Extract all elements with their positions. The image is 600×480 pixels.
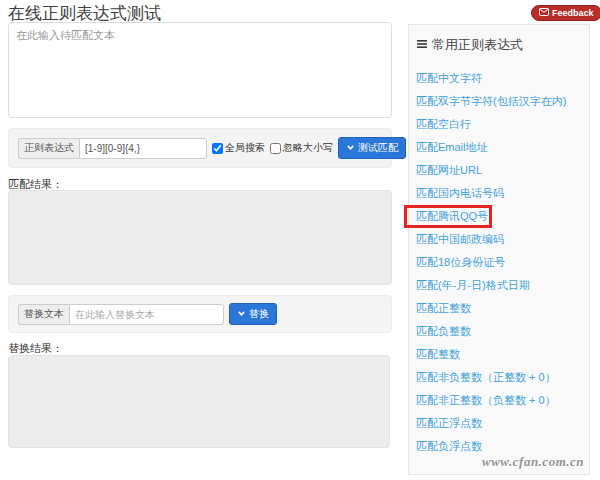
- sidebar-item-negative-int[interactable]: 匹配负整数: [409, 320, 589, 343]
- sidebar-item-email[interactable]: 匹配Email地址: [409, 136, 589, 159]
- chevron-down-icon: [237, 309, 246, 320]
- test-match-button[interactable]: 测试匹配: [338, 137, 406, 159]
- global-search-checkbox[interactable]: [212, 143, 223, 154]
- sidebar-header: 常用正则表达式: [409, 25, 589, 62]
- sidebar-item-id-card[interactable]: 匹配18位身份证号: [409, 251, 589, 274]
- feedback-label: Feedback: [552, 8, 594, 18]
- sidebar-item-doublebyte-chars[interactable]: 匹配双字节字符(包括汉字在内): [409, 90, 589, 113]
- sidebar-item-date-format[interactable]: 匹配(年-月-日)格式日期: [409, 274, 589, 297]
- sidebar-title: 常用正则表达式: [432, 36, 523, 54]
- sidebar-item-postcode[interactable]: 匹配中国邮政编码: [409, 228, 589, 251]
- regex-input[interactable]: [79, 138, 207, 159]
- replace-button-label: 替换: [249, 307, 269, 321]
- global-search-option[interactable]: 全局搜索: [212, 141, 265, 155]
- common-regex-sidebar: 常用正则表达式 匹配中文字符 匹配双字节字符(包括汉字在内) 匹配空白行 匹配E…: [408, 24, 590, 475]
- regex-label: 正则表达式: [18, 138, 79, 159]
- sidebar-item-phone[interactable]: 匹配国内电话号码: [409, 182, 589, 205]
- global-search-label: 全局搜索: [225, 141, 265, 155]
- sidebar-item-url[interactable]: 匹配网址URL: [409, 159, 589, 182]
- feedback-button[interactable]: Feedback: [531, 5, 600, 21]
- replace-button[interactable]: 替换: [229, 303, 277, 325]
- sidebar-item-nonnegative-int[interactable]: 匹配非负整数（正整数 + 0）: [409, 366, 589, 389]
- regex-tester-page: 在线正则表达式测试 正则表达式 全局搜索 忽略大小写 测试匹配 匹配结果： 替换…: [0, 0, 600, 480]
- replace-result-box: [8, 355, 390, 448]
- replace-input[interactable]: [69, 304, 224, 325]
- sidebar-item-positive-float[interactable]: 匹配正浮点数: [409, 412, 589, 435]
- replace-label: 替换文本: [18, 304, 69, 325]
- sidebar-list: 匹配中文字符 匹配双字节字符(包括汉字在内) 匹配空白行 匹配Email地址 匹…: [409, 62, 589, 458]
- sidebar-item-integer[interactable]: 匹配整数: [409, 343, 589, 366]
- test-match-label: 测试匹配: [358, 141, 398, 155]
- sidebar-item-chinese-chars[interactable]: 匹配中文字符: [409, 67, 589, 90]
- list-icon: [416, 38, 428, 53]
- regex-panel: 正则表达式 全局搜索 忽略大小写 测试匹配: [8, 128, 392, 168]
- ignore-case-label: 忽略大小写: [283, 141, 333, 155]
- sidebar-item-qq-number[interactable]: 匹配腾讯QQ号: [409, 205, 589, 228]
- replace-panel: 替换文本 替换: [8, 295, 392, 333]
- chevron-down-icon: [346, 143, 355, 154]
- match-result-box: [8, 190, 392, 285]
- envelope-icon: [539, 8, 549, 18]
- watermark: www.cfan.com.cn: [482, 454, 584, 470]
- match-text-input[interactable]: [8, 22, 392, 118]
- sidebar-item-blank-lines[interactable]: 匹配空白行: [409, 113, 589, 136]
- ignore-case-checkbox[interactable]: [270, 143, 281, 154]
- replace-result-label: 替换结果：: [8, 341, 63, 356]
- sidebar-item-positive-int[interactable]: 匹配正整数: [409, 297, 589, 320]
- ignore-case-option[interactable]: 忽略大小写: [270, 141, 333, 155]
- sidebar-item-nonpositive-int[interactable]: 匹配非正整数（负整数 + 0）: [409, 389, 589, 412]
